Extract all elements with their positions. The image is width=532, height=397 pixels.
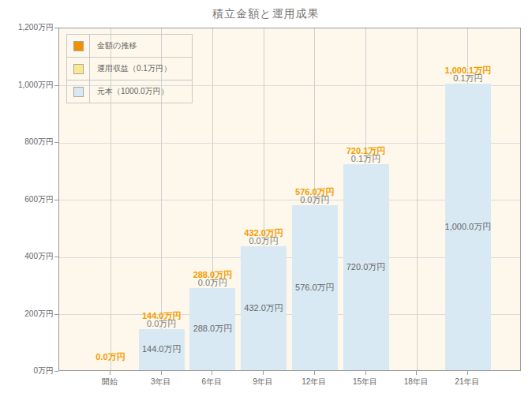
legend-swatch-cell [67,35,90,57]
x-axis-tick [314,371,315,375]
x-axis-label: 6年目 [184,377,239,387]
y-axis-tick [54,257,58,257]
total-value-label: 288.0万円 [173,270,252,280]
amount-transition-swatch-icon [73,41,84,51]
x-axis-tick [110,371,111,375]
legend: 金額の推移 運用収益（0.1万円） 元本（1000.0万円） [66,34,193,103]
legend-label-amount-transition: 金額の推移 [90,35,192,57]
bar-inner-label: 144.0万円 [125,344,199,354]
x-axis-tick [365,371,366,375]
chart-widget: 積立金額と運用成果 金額の推移 運用収益（0.1万円） 元本（1000.0万円） [0,0,532,397]
x-axis-tick [263,371,264,375]
legend-item-amount-transition: 金額の推移 [67,35,192,58]
total-value-label: 432.0万円 [224,228,303,238]
x-axis-label: 12年目 [287,377,342,387]
total-value-label: 576.0万円 [275,187,354,197]
total-value-label: 1,000.1万円 [429,66,508,76]
bar-inner-label: 288.0万円 [175,324,249,334]
y-axis-label: 600万円 [0,195,54,204]
x-axis-label: 開始 [82,377,137,387]
x-axis-label: 15年目 [338,377,393,387]
chart-title: 積立金額と運用成果 [0,7,532,21]
x-axis-label: 18年目 [388,377,444,387]
legend-item-investment-profit: 運用収益（0.1万円） [67,58,192,81]
legend-item-principal: 元本（1000.0万円） [67,81,192,103]
y-axis-tick [54,85,58,86]
plot-area: 金額の推移 運用収益（0.1万円） 元本（1000.0万円） 0.0万円144.… [58,28,521,371]
legend-swatch-cell [67,58,90,80]
x-axis-label: 3年目 [133,377,189,387]
principal-swatch-icon [73,87,84,97]
y-axis-tick [54,200,58,200]
y-axis-label: 800万円 [0,137,54,147]
legend-label-investment-profit: 運用収益（0.1万円） [90,58,192,80]
x-axis-label: 9年目 [235,377,290,387]
legend-label-principal: 元本（1000.0万円） [90,81,192,103]
x-axis-label: 21年目 [440,377,495,387]
x-axis-tick [161,371,162,375]
y-axis-label: 200万円 [0,309,54,319]
y-axis-label: 400万円 [0,252,54,261]
y-axis-label: 1,000万円 [0,81,54,90]
y-axis-tick [54,314,58,315]
y-axis-tick [54,142,58,143]
y-axis-label: 1,200万円 [0,23,54,32]
total-value-label: 720.1万円 [327,146,406,156]
bar-inner-label: 720.0万円 [329,262,403,272]
x-gridline [417,28,418,370]
y-axis-label: 0万円 [0,366,54,376]
legend-swatch-cell [67,81,90,103]
total-value-label: 144.0万円 [122,311,201,321]
y-axis-tick [54,28,58,28]
investment-profit-swatch-icon [73,64,84,74]
x-axis-tick [467,371,468,375]
x-axis-tick [416,371,417,375]
x-axis-tick [212,371,212,375]
bar-inner-label: 432.0万円 [227,303,301,313]
y-axis-tick [54,371,58,372]
bar-inner-label: 576.0万円 [278,283,352,293]
bar-inner-label: 1,000.0万円 [431,222,505,232]
